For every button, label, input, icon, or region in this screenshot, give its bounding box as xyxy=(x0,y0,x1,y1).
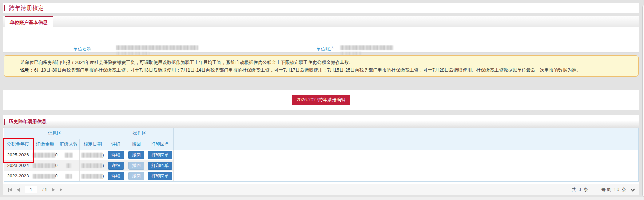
history-section-title: 历史跨年清册信息 xyxy=(9,118,47,125)
redacted-amount xyxy=(33,163,55,168)
cell-people xyxy=(58,171,80,181)
page-title: 跨年清册核定 xyxy=(9,5,44,12)
redacted-date xyxy=(81,174,102,179)
cell-people xyxy=(58,150,80,160)
unit-account-panel: 单位账户基本信息 单位名称 单位账户 跨年核定月份： 当前编辑年月： 缴至年月：… xyxy=(3,16,639,53)
page-total-label: / 1 xyxy=(42,187,47,192)
table-column-header-row: 公积金年度 汇缴金额 汇缴人数 核定日期 详细 撤回 打印回单 xyxy=(4,139,638,150)
col-header-detail: 详细 xyxy=(106,139,126,150)
notice-line2: 说明：6月10日-30日向税务部门申报的社保缴费工资，可于7月3日后调取使用；7… xyxy=(20,66,631,74)
pagination-bar: / 1 共 3 条 每页 10 条 xyxy=(3,184,639,195)
col-header-fund-year: 公积金年度 xyxy=(4,139,32,150)
table-group-header-row: 信息区 操作区 xyxy=(4,128,638,139)
detail-button[interactable]: 详细 xyxy=(108,162,124,170)
title-accent-bar xyxy=(4,5,5,11)
cell-fund-year: 2022-2023 xyxy=(4,171,32,181)
notice-line1: 若单位已向税务部门申报了2024年度社会保险费缴费工资，可调取使用该数据作为职工… xyxy=(20,59,631,66)
cell-date: ) xyxy=(80,150,106,160)
floating-scrollbar[interactable] xyxy=(642,5,644,197)
redacted-unit-account xyxy=(340,45,393,50)
notice-line2-body: 6月10日-30日向税务部门申报的社保缴费工资，可于7月3日后调取使用；7月1日… xyxy=(34,68,581,73)
cell-detail: 详细 xyxy=(106,171,126,181)
col-header-date: 核定日期 xyxy=(80,139,106,150)
pager-summary: 共 3 条 每页 10 条 xyxy=(564,184,639,195)
cell-date: ) xyxy=(80,171,106,181)
pager-controls: / 1 xyxy=(3,186,564,193)
revoke-button-disabled: 撤回 xyxy=(128,162,144,170)
cell-detail: 详细 xyxy=(106,150,126,160)
date-suffix: ) xyxy=(102,174,104,179)
cell-amount: 0 xyxy=(32,171,58,181)
action-bar: 2026-2027跨年清册编辑 xyxy=(3,90,639,110)
revoke-button-disabled: 撤回 xyxy=(128,172,144,180)
amount-suffix: 0 xyxy=(55,174,58,179)
cell-revoke: 撤回 xyxy=(126,160,147,171)
first-page-icon[interactable] xyxy=(8,188,12,192)
print-receipt-button[interactable]: 打印回单 xyxy=(148,172,172,180)
col-header-people: 汇缴人数 xyxy=(58,139,80,150)
cell-print: 打印回单 xyxy=(147,160,174,171)
history-section-strip: 历史跨年清册信息 xyxy=(3,115,639,128)
col-header-revoke: 撤回 xyxy=(126,139,147,150)
notice-line2-prefix: 说明： xyxy=(20,68,34,73)
cell-amount: 0 xyxy=(32,160,58,171)
group-header-info: 信息区 xyxy=(4,128,106,139)
cell-print: 打印回单 xyxy=(147,171,174,181)
redacted-date xyxy=(81,153,102,158)
date-suffix: ) xyxy=(102,163,104,168)
cell-people xyxy=(58,160,80,171)
date-suffix: ) xyxy=(102,152,104,158)
unit-name-value xyxy=(116,45,198,56)
table-row: 2025-2026 0 ) 详细 撤回 打印回单 xyxy=(4,150,638,160)
history-panel: 历史跨年清册信息 信息区 操作区 公积金年度 汇缴金额 汇缴人数 核定日期 详细… xyxy=(3,115,639,195)
detail-button[interactable]: 详细 xyxy=(108,151,124,159)
print-receipt-button[interactable]: 打印回单 xyxy=(148,151,172,159)
redacted-people xyxy=(65,174,72,179)
revoke-button[interactable]: 撤回 xyxy=(128,151,144,159)
table-row: 2022-2023 0 ) 详细 撤回 打印回单 xyxy=(4,171,638,181)
col-header-filler xyxy=(174,139,638,150)
redacted-people xyxy=(66,163,71,168)
table-row: 2023-2024 0 ) 详细 撤回 打印回单 xyxy=(4,160,638,171)
redacted-amount xyxy=(33,174,55,179)
amount-suffix: 0 xyxy=(55,152,58,158)
next-page-icon[interactable] xyxy=(52,188,55,192)
unit-name-label: 单位名称 xyxy=(40,46,91,52)
redacted-date xyxy=(81,163,102,168)
tab-unit-account-info[interactable]: 单位账户基本信息 xyxy=(5,16,53,27)
cell-date: ) xyxy=(80,160,106,171)
account-form: 单位名称 单位账户 跨年核定月份： 当前编辑年月： 缴至年月： 公积金年度： 2… xyxy=(3,27,639,53)
print-receipt-button[interactable]: 打印回单 xyxy=(148,162,172,170)
col-header-print: 打印回单 xyxy=(147,139,174,150)
redacted-unit-name-line2 xyxy=(116,52,150,55)
cell-fund-year: 2025-2026 xyxy=(4,150,32,160)
prev-page-icon[interactable] xyxy=(17,188,20,192)
group-header-action: 操作区 xyxy=(106,128,174,139)
page-title-bar: 跨年清册核定 xyxy=(3,3,639,13)
detail-button[interactable]: 详细 xyxy=(108,172,124,180)
group-header-filler xyxy=(174,128,638,139)
total-count-label: 共 3 条 xyxy=(564,187,596,193)
amount-suffix: 0 xyxy=(55,163,58,168)
tab-strip: 单位账户基本信息 xyxy=(3,16,639,27)
page-size-select[interactable]: 每页 10 条 xyxy=(596,184,639,195)
redacted-unit-name xyxy=(116,45,198,50)
chevron-down-icon xyxy=(631,187,635,192)
cell-print: 打印回单 xyxy=(147,150,174,160)
notice-box: 若单位已向税务部门申报了2024年度社会保险费缴费工资，可调取使用该数据作为职工… xyxy=(4,55,639,77)
col-header-amount: 汇缴金额 xyxy=(32,139,58,150)
page-size-label: 每页 10 条 xyxy=(601,187,627,193)
unit-account-value xyxy=(340,45,393,56)
cell-revoke: 撤回 xyxy=(126,150,147,160)
cross-year-roster-edit-button[interactable]: 2026-2027跨年清册编辑 xyxy=(292,95,350,105)
redacted-amount xyxy=(33,153,55,158)
last-page-icon[interactable] xyxy=(60,188,63,192)
history-accent-bar xyxy=(4,119,5,125)
unit-account-label: 单位账户 xyxy=(281,46,334,52)
page-number-input[interactable] xyxy=(25,186,37,193)
page-bottom-strip xyxy=(0,197,644,200)
cell-detail: 详细 xyxy=(106,160,126,171)
history-table: 信息区 操作区 公积金年度 汇缴金额 汇缴人数 核定日期 详细 撤回 打印回单 … xyxy=(4,128,639,182)
redacted-unit-account-line2 xyxy=(340,52,361,55)
cell-revoke: 撤回 xyxy=(126,171,147,181)
